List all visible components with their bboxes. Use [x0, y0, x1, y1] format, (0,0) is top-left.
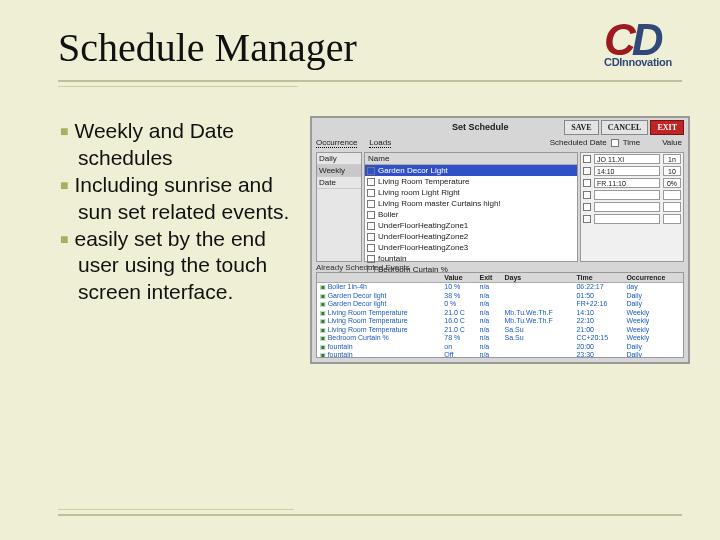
col-time: Time — [623, 138, 640, 147]
list-item[interactable]: UnderFloorHeatingZone1 — [365, 220, 577, 231]
checkbox-icon[interactable] — [367, 189, 375, 197]
time-field[interactable] — [594, 190, 660, 200]
col-value: Value — [662, 138, 682, 147]
value-field[interactable] — [663, 214, 681, 224]
time-field[interactable]: JO 11.XI — [594, 154, 660, 164]
table-row[interactable]: fountainOffn/a23:30Daily — [317, 351, 683, 358]
title-rule — [58, 80, 682, 82]
events-grid-label: Already Scheduled Events — [316, 263, 410, 272]
checkbox-icon[interactable] — [367, 211, 375, 219]
list-item[interactable]: UnderFloorHeatingZone3 — [365, 242, 577, 253]
exit-button[interactable]: EXIT — [650, 120, 684, 135]
logo-text: CDInnovation — [604, 56, 692, 68]
list-item[interactable]: Living Room Temperature — [365, 176, 577, 187]
row-checkbox[interactable] — [583, 167, 591, 175]
schedule-row — [581, 201, 683, 213]
row-checkbox[interactable] — [583, 191, 591, 199]
sidebar-item-weekly[interactable]: Weekly — [317, 165, 361, 177]
page-title: Schedule Manager — [58, 24, 357, 71]
grid-col-name — [317, 273, 441, 283]
schedule-entries: JO 11.XI1n 14:1010 FR.11:100% — [580, 152, 684, 262]
schedule-row: 14:1010 — [581, 165, 683, 177]
value-field[interactable]: 1n — [663, 154, 681, 164]
checkbox-icon[interactable] — [367, 244, 375, 252]
save-button[interactable]: SAVE — [564, 120, 598, 135]
table-row[interactable]: Living Room Temperature21.0 Cn/aSa.Su21:… — [317, 326, 683, 335]
checkbox-icon[interactable] — [367, 200, 375, 208]
time-field[interactable]: FR.11:10 — [594, 178, 660, 188]
table-row[interactable]: Bedroom Curtain %78 %n/aSa.SuCC+20:15Wee… — [317, 334, 683, 343]
date-checkbox-icon — [611, 139, 619, 147]
table-row[interactable]: fountainonn/a20:00Daily — [317, 343, 683, 352]
col-scheduled-date: Scheduled Date — [550, 138, 607, 147]
table-row[interactable]: Living Room Temperature16.0 Cn/aMb.Tu.We… — [317, 317, 683, 326]
list-item[interactable]: UnderFloorHeatingZone2 — [365, 231, 577, 242]
occurrence-sidebar: Daily Weekly Date — [316, 152, 362, 262]
bullet-item: Weekly and Date schedules — [60, 118, 306, 172]
events-grid: Value Exit Days Time Occurrence Boiler 1… — [316, 272, 684, 358]
row-checkbox[interactable] — [583, 179, 591, 187]
checkbox-icon[interactable] — [367, 178, 375, 186]
row-checkbox[interactable] — [583, 155, 591, 163]
loads-list: Name Garden Decor Light Living Room Temp… — [364, 152, 578, 262]
table-row[interactable]: Garden Decor light38 %n/a01:50Daily — [317, 292, 683, 301]
table-row[interactable]: Boiler 1in-4h10 %n/a06:22:17day — [317, 283, 683, 292]
grid-col-exit: Exit — [477, 273, 502, 283]
schedule-app-window: Set Schedule SAVE CANCEL EXIT Occurrence… — [310, 116, 690, 364]
tab-loads[interactable]: Loads — [369, 138, 391, 148]
value-field[interactable] — [663, 202, 681, 212]
value-field[interactable]: 0% — [663, 178, 681, 188]
row-checkbox[interactable] — [583, 215, 591, 223]
sidebar-item-date[interactable]: Date — [317, 177, 361, 189]
value-field[interactable]: 10 — [663, 166, 681, 176]
bullet-item: easily set by the end user using the tou… — [60, 226, 306, 307]
list-item[interactable]: Garden Decor Light — [365, 165, 577, 176]
checkbox-icon[interactable] — [367, 222, 375, 230]
schedule-row: FR.11:100% — [581, 177, 683, 189]
bullet-list: Weekly and Date schedules Including sunr… — [60, 118, 306, 306]
schedule-row — [581, 189, 683, 201]
time-field[interactable]: 14:10 — [594, 166, 660, 176]
grid-col-occ: Occurrence — [623, 273, 683, 283]
row-checkbox[interactable] — [583, 203, 591, 211]
cancel-button[interactable]: CANCEL — [601, 120, 649, 135]
footer-subrule — [58, 509, 294, 510]
value-field[interactable] — [663, 190, 681, 200]
app-title: Set Schedule — [452, 122, 509, 132]
list-item[interactable]: Living Room master Curtains high! — [365, 198, 577, 209]
title-subrule — [58, 86, 298, 87]
bullet-item: Including sunrise and sun set related ev… — [60, 172, 306, 226]
brand-logo: C D CDInnovation — [604, 18, 692, 68]
schedule-row — [581, 213, 683, 225]
grid-col-time: Time — [573, 273, 623, 283]
list-item[interactable]: Living room Light Right — [365, 187, 577, 198]
schedule-row: JO 11.XI1n — [581, 153, 683, 165]
checkbox-icon[interactable] — [367, 167, 375, 175]
checkbox-icon[interactable] — [367, 233, 375, 241]
tab-occurrence[interactable]: Occurrence — [316, 138, 357, 148]
table-row[interactable]: Living Room Temperature21.0 Cn/aMb.Tu.We… — [317, 309, 683, 318]
time-field[interactable] — [594, 202, 660, 212]
loads-header: Name — [365, 153, 577, 165]
grid-col-days: Days — [502, 273, 574, 283]
footer-rule — [58, 514, 682, 516]
table-row[interactable]: Garden Decor light0 %n/aFR+22:16Daily — [317, 300, 683, 309]
list-item[interactable]: Boiler — [365, 209, 577, 220]
time-field[interactable] — [594, 214, 660, 224]
checkbox-icon[interactable] — [367, 255, 375, 263]
sidebar-item-daily[interactable]: Daily — [317, 153, 361, 165]
grid-col-value: Value — [441, 273, 476, 283]
